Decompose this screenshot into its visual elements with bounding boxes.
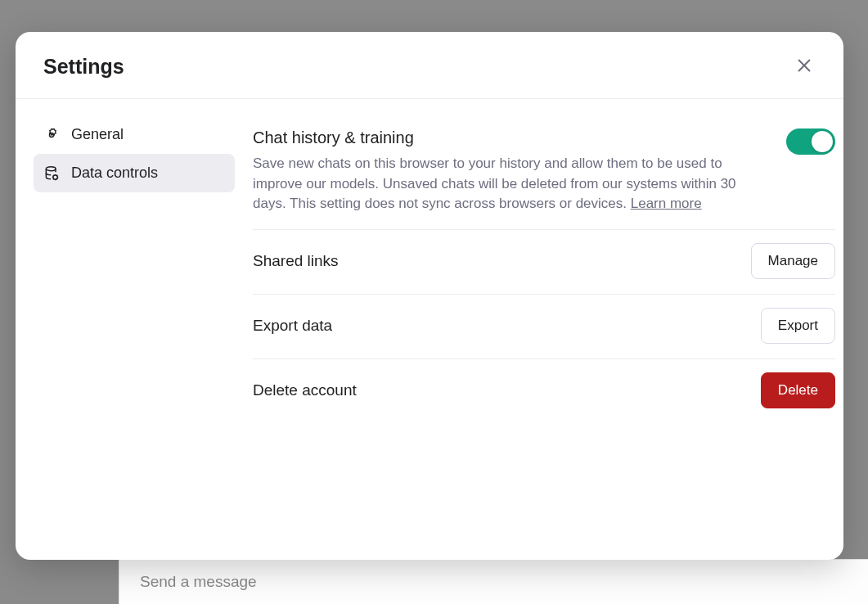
chat-history-toggle[interactable] [786,128,835,155]
section-description: Save new chats on this browser to your h… [253,154,770,214]
close-icon [795,56,813,77]
section-title: Shared links [253,252,735,270]
section-title: Export data [253,317,744,335]
modal-body: General Data controls [16,99,843,560]
sidebar-item-label: Data controls [71,165,158,182]
section-title: Chat history & training [253,128,770,147]
learn-more-link[interactable]: Learn more [631,196,702,211]
message-input-background: Send a message [119,559,868,604]
section-title: Delete account [253,381,744,399]
settings-modal: Settings General [16,32,843,560]
sidebar-item-general[interactable]: General [34,115,235,154]
message-input-placeholder: Send a message [140,573,257,591]
section-shared-links: Shared links Manage [253,230,835,295]
svg-point-4 [53,174,57,178]
database-icon [43,165,60,182]
section-export-data: Export data Export [253,295,835,359]
section-chat-history: Chat history & training Save new chats o… [253,115,835,230]
manage-button[interactable]: Manage [751,243,835,279]
sidebar-item-data-controls[interactable]: Data controls [34,154,235,192]
settings-content: Chat history & training Save new chats o… [253,99,843,560]
sidebar-item-label: General [71,126,124,143]
modal-title: Settings [43,55,124,79]
svg-point-3 [46,166,56,170]
delete-button[interactable]: Delete [761,372,835,408]
export-button[interactable]: Export [761,308,835,344]
settings-sidebar: General Data controls [16,99,253,560]
toggle-thumb [812,131,833,152]
modal-header: Settings [16,32,843,99]
gear-icon [43,127,60,143]
close-button[interactable] [793,56,816,79]
section-delete-account: Delete account Delete [253,359,835,423]
